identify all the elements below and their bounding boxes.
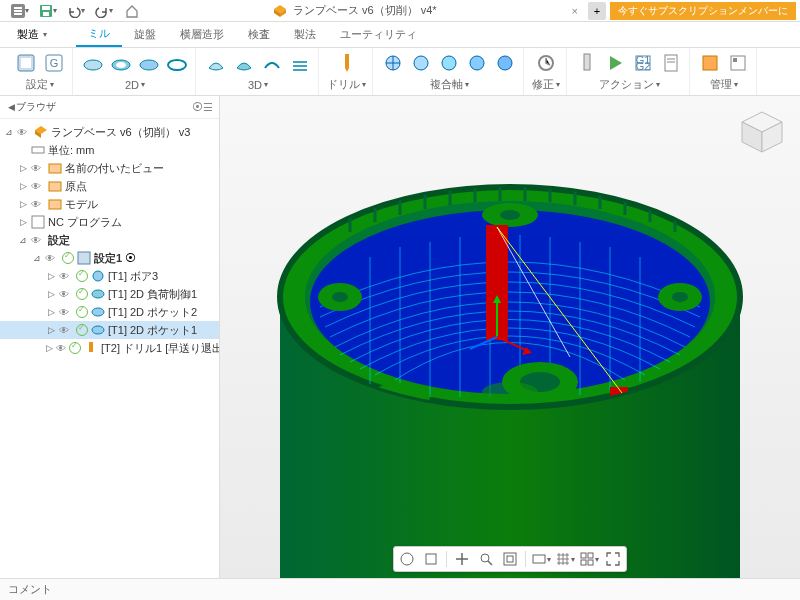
3d-parallel-icon[interactable] xyxy=(260,53,284,77)
home-button[interactable] xyxy=(120,2,144,20)
simulate-icon[interactable] xyxy=(603,51,627,75)
comment-label[interactable]: コメント xyxy=(8,582,52,597)
tree-units[interactable]: 単位: mm xyxy=(0,141,219,159)
close-tab-button[interactable]: × xyxy=(566,5,584,17)
svg-point-48 xyxy=(92,326,104,334)
visibility-icon[interactable]: 👁 xyxy=(59,307,73,318)
status-check-icon xyxy=(76,324,88,336)
2d-contour-icon[interactable] xyxy=(165,53,189,77)
visibility-icon[interactable]: 👁 xyxy=(56,343,66,354)
display-settings-button[interactable]: ▾ xyxy=(530,549,552,569)
tree-model[interactable]: ▷ 👁 モデル xyxy=(0,195,219,213)
tree-op-3[interactable]: ▷ 👁 [T1] 2D ポケット1 xyxy=(0,321,219,339)
3d-pocket-icon[interactable] xyxy=(232,53,256,77)
flow-icon[interactable] xyxy=(437,51,461,75)
viewport[interactable]: ▾ ▾ ▾ xyxy=(220,96,800,578)
post-process-icon[interactable]: G1G2 xyxy=(631,51,655,75)
visibility-icon[interactable]: 👁 xyxy=(59,325,73,336)
orbit-button[interactable] xyxy=(396,549,418,569)
3d-adaptive-icon[interactable] xyxy=(204,53,228,77)
bore-op-icon xyxy=(91,269,105,283)
visibility-icon[interactable]: 👁 xyxy=(31,199,45,210)
component-icon xyxy=(34,125,48,139)
look-at-button[interactable] xyxy=(420,549,442,569)
visibility-icon[interactable]: 👁 xyxy=(59,289,73,300)
tree-setup1[interactable]: ⊿ 👁 設定1 ⦿ xyxy=(0,249,219,267)
full-screen-button[interactable] xyxy=(602,549,624,569)
setup-icon[interactable] xyxy=(14,51,38,75)
expand-toggle[interactable]: ▷ xyxy=(46,325,56,335)
tree-nc-programs[interactable]: ▷ NC プログラム xyxy=(0,213,219,231)
tab-mill[interactable]: ミル xyxy=(76,22,122,47)
expand-toggle[interactable]: ▷ xyxy=(18,181,28,191)
tree-op-2[interactable]: ▷ 👁 [T1] 2D ポケット2 xyxy=(0,303,219,321)
svg-rect-34 xyxy=(703,56,717,70)
tab-inspect[interactable]: 検査 xyxy=(236,22,282,47)
visibility-icon[interactable]: 👁 xyxy=(59,271,73,282)
browser-collapse-toggle[interactable]: ◀ xyxy=(6,102,16,112)
visibility-icon[interactable]: 👁 xyxy=(31,163,45,174)
drill-icon[interactable] xyxy=(335,51,359,75)
multiaxis-contour-icon[interactable] xyxy=(409,51,433,75)
rotary-icon[interactable] xyxy=(465,51,489,75)
visibility-icon[interactable]: 👁 xyxy=(31,235,45,246)
expand-toggle[interactable]: ▷ xyxy=(46,307,56,317)
visibility-icon[interactable]: 👁 xyxy=(17,127,31,138)
viewport-settings-button[interactable]: ▾ xyxy=(578,549,600,569)
visibility-icon[interactable]: 👁 xyxy=(31,181,45,192)
app-menu-button[interactable]: ▾ xyxy=(8,2,32,20)
tab-turn[interactable]: 旋盤 xyxy=(122,22,168,47)
fit-button[interactable] xyxy=(499,549,521,569)
workspace-selector[interactable]: 製造 ▾ xyxy=(8,24,56,45)
modify-icon[interactable] xyxy=(534,51,558,75)
redo-button[interactable]: ▾ xyxy=(92,2,116,20)
tree-setups[interactable]: ⊿ 👁 設定 xyxy=(0,231,219,249)
pin-icon[interactable]: ⦿☰ xyxy=(192,101,213,114)
save-button[interactable]: ▾ xyxy=(36,2,60,20)
2d-face-icon[interactable] xyxy=(137,53,161,77)
tree-op-1[interactable]: ▷ 👁 [T1] 2D 負荷制御1 xyxy=(0,285,219,303)
tab-utilities[interactable]: ユーティリティ xyxy=(328,22,429,47)
2d-adaptive-icon[interactable] xyxy=(81,53,105,77)
setup-sheet-icon[interactable] xyxy=(659,51,683,75)
svg-point-93 xyxy=(481,554,489,562)
undo-button[interactable]: ▾ xyxy=(64,2,88,20)
expand-toggle[interactable]: ▷ xyxy=(46,343,53,353)
task-manager-icon[interactable] xyxy=(726,51,750,75)
tab-fabrication[interactable]: 製法 xyxy=(282,22,328,47)
pan-button[interactable] xyxy=(451,549,473,569)
tool-library-icon[interactable] xyxy=(698,51,722,75)
svg-point-91 xyxy=(401,553,413,565)
tree-op-4[interactable]: ▷ 👁 [T2] ドリル1 [早送り退出] xyxy=(0,339,219,357)
swarf-icon[interactable] xyxy=(381,51,405,75)
new-tab-button[interactable]: + xyxy=(588,2,606,20)
ribbon-group-actions: G1G2 アクション▾ xyxy=(569,48,690,95)
tree-op-0[interactable]: ▷ 👁 [T1] ボア3 xyxy=(0,267,219,285)
zoom-button[interactable] xyxy=(475,549,497,569)
tree-named-views[interactable]: ▷ 👁 名前の付いたビュー xyxy=(0,159,219,177)
steep-icon[interactable] xyxy=(493,51,517,75)
generate-icon[interactable] xyxy=(575,51,599,75)
visibility-icon[interactable]: 👁 xyxy=(45,253,59,264)
expand-toggle[interactable]: ▷ xyxy=(18,199,28,209)
grid-settings-button[interactable]: ▾ xyxy=(554,549,576,569)
nc-program-icon[interactable]: G xyxy=(42,51,66,75)
tree-origin[interactable]: ▷ 👁 原点 xyxy=(0,177,219,195)
3d-horizontal-icon[interactable] xyxy=(288,53,312,77)
status-check-icon xyxy=(62,252,74,264)
2d-pocket-icon[interactable] xyxy=(109,53,133,77)
statusbar: コメント xyxy=(0,578,800,600)
subscription-banner[interactable]: 今すぐサブスクリプションメンバーに xyxy=(610,2,796,20)
tab-additive[interactable]: 横層造形 xyxy=(168,22,236,47)
expand-toggle[interactable]: ⊿ xyxy=(18,235,28,245)
tree-root[interactable]: ⊿ 👁 ランプベース v6（切削） v3 xyxy=(0,123,219,141)
chevron-down-icon: ▾ xyxy=(43,30,47,39)
expand-toggle[interactable]: ▷ xyxy=(18,217,28,227)
expand-toggle[interactable]: ▷ xyxy=(46,271,56,281)
tree-setups-label: 設定 xyxy=(48,233,70,248)
svg-rect-6 xyxy=(43,12,49,16)
expand-toggle[interactable]: ▷ xyxy=(18,163,28,173)
expand-toggle[interactable]: ▷ xyxy=(46,289,56,299)
expand-toggle[interactable]: ⊿ xyxy=(4,127,14,137)
expand-toggle[interactable]: ⊿ xyxy=(32,253,42,263)
